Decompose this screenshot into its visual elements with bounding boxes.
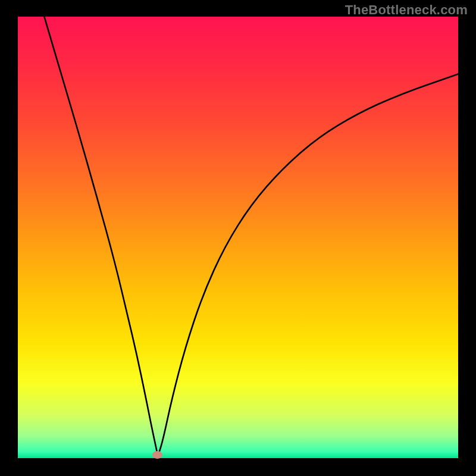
plot-area bbox=[18, 17, 458, 458]
watermark-text: TheBottleneck.com bbox=[345, 2, 468, 18]
bottleneck-curve bbox=[18, 17, 458, 458]
chart-frame: TheBottleneck.com bbox=[0, 0, 476, 476]
